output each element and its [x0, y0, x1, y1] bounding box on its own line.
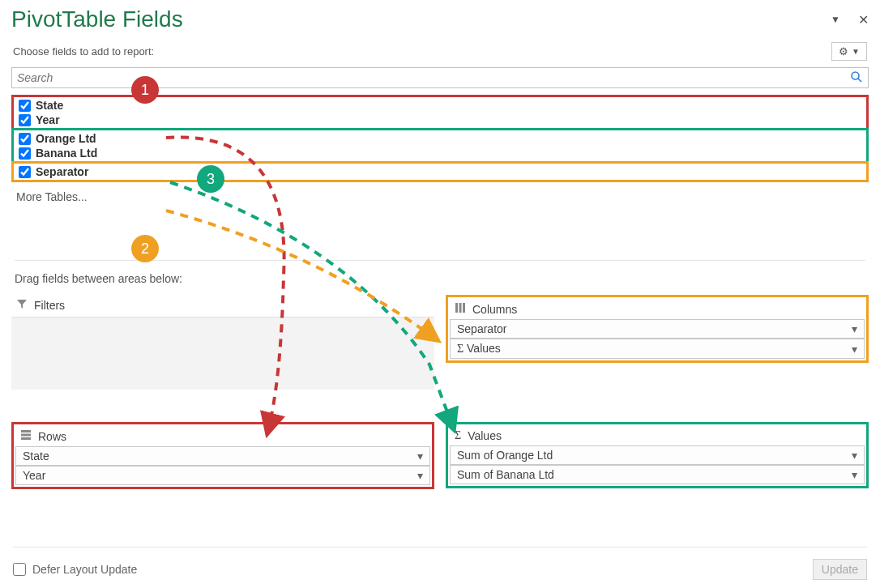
columns-label: Columns [472, 303, 517, 316]
subtitle: Choose fields to add to report: [13, 45, 154, 58]
chevron-down-icon[interactable] [847, 322, 857, 335]
field-separator[interactable]: Separator [14, 164, 866, 179]
field-label: Banana Ltd [36, 147, 97, 160]
chevron-down-icon: ▼ [852, 47, 860, 56]
search-icon[interactable] [845, 70, 868, 86]
values-item-orange[interactable]: Sum of Orange Ltd [450, 445, 865, 465]
area-item-label: Σ Values [457, 342, 501, 356]
columns-item-separator[interactable]: Separator [450, 319, 865, 339]
rows-item-year[interactable]: Year [15, 466, 430, 485]
defer-checkbox-input[interactable] [13, 563, 26, 576]
chevron-down-icon[interactable] [412, 469, 423, 482]
filter-icon [16, 298, 28, 312]
filters-well[interactable] [11, 317, 434, 390]
drag-fields-label: Drag fields between areas below: [15, 260, 865, 285]
chevron-down-icon[interactable] [847, 449, 857, 462]
close-icon[interactable]: ✕ [858, 12, 869, 28]
rows-item-state[interactable]: State [15, 446, 430, 466]
field-banana-checkbox[interactable] [19, 147, 31, 160]
svg-point-0 [852, 72, 859, 79]
pane-title: PivotTable Fields [11, 6, 183, 32]
values-header: Σ Values [450, 426, 865, 445]
minimize-icon[interactable]: ▼ [831, 14, 840, 25]
annotation-badge-1: 1 [131, 76, 159, 104]
field-banana-ltd[interactable]: Banana Ltd [14, 146, 866, 160]
filters-label: Filters [34, 299, 65, 312]
chevron-down-icon[interactable] [847, 343, 857, 356]
annotation-badge-3: 3 [197, 165, 224, 193]
defer-label: Defer Layout Update [32, 563, 137, 576]
values-label: Values [468, 429, 502, 442]
field-group-2: Orange Ltd Banana Ltd [11, 128, 869, 164]
field-state-checkbox[interactable] [19, 100, 31, 112]
annotation-badge-2: 2 [131, 235, 159, 262]
field-year-checkbox[interactable] [19, 114, 31, 126]
rows-area[interactable]: Rows State Year [11, 422, 434, 489]
rows-label: Rows [38, 430, 66, 443]
field-list: State Year Orange Ltd Banana Ltd Separat… [11, 95, 869, 182]
field-label: Separator [36, 165, 88, 178]
filters-area[interactable]: Filters [11, 295, 434, 390]
gear-icon: ⚙ [839, 45, 848, 58]
field-label: Year [36, 113, 60, 126]
area-item-label: Sum of Banana Ltd [457, 468, 554, 481]
field-orange-ltd[interactable]: Orange Ltd [14, 131, 866, 146]
values-area[interactable]: Σ Values Sum of Orange Ltd Sum of Banana… [446, 422, 869, 489]
chevron-down-icon[interactable] [847, 468, 857, 481]
field-separator-checkbox[interactable] [19, 166, 31, 178]
area-item-label: Year [23, 469, 45, 482]
svg-rect-3 [459, 303, 462, 313]
title-bar: PivotTable Fields ▼ ✕ [0, 0, 880, 37]
svg-rect-2 [455, 303, 458, 313]
columns-area[interactable]: Columns Separator Σ Values [446, 295, 869, 390]
svg-line-1 [858, 79, 861, 82]
field-label: Orange Ltd [36, 132, 96, 145]
columns-item-values[interactable]: Σ Values [450, 339, 865, 359]
rows-header: Rows [15, 426, 430, 446]
field-label: State [36, 99, 63, 112]
sigma-icon: Σ [455, 429, 461, 442]
rows-icon [20, 429, 32, 443]
field-orange-checkbox[interactable] [19, 133, 31, 145]
field-group-3: Separator [11, 161, 869, 182]
area-item-label: State [23, 450, 49, 462]
update-button[interactable]: Update [813, 559, 867, 580]
field-year[interactable]: Year [14, 113, 866, 127]
area-item-label: Separator [457, 322, 506, 335]
more-tables-link[interactable]: More Tables... [16, 190, 864, 203]
area-item-label: Sum of Orange Ltd [457, 449, 553, 462]
values-item-banana[interactable]: Sum of Banana Ltd [450, 465, 865, 484]
svg-rect-5 [21, 430, 31, 432]
settings-button[interactable]: ⚙ ▼ [831, 42, 867, 61]
columns-header: Columns [450, 299, 865, 319]
defer-layout-checkbox[interactable]: Defer Layout Update [13, 563, 137, 576]
areas-grid: Filters Columns Separator Σ Values Rows [0, 293, 880, 491]
svg-rect-7 [21, 437, 31, 440]
svg-rect-6 [21, 434, 31, 437]
values-text: Values [467, 342, 501, 355]
columns-icon [455, 302, 466, 316]
chevron-down-icon[interactable] [412, 450, 423, 462]
svg-rect-4 [463, 303, 465, 313]
filters-header: Filters [11, 295, 434, 315]
